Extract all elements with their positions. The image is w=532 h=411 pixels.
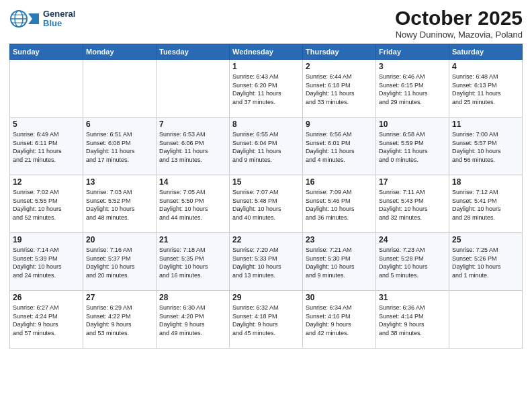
day-info: Sunrise: 7:02 AM Sunset: 5:55 PM Dayligh… [13, 188, 80, 222]
day-number: 31 [379, 293, 446, 302]
calendar-cell: 27Sunrise: 6:29 AM Sunset: 4:22 PM Dayli… [83, 291, 157, 349]
day-info: Sunrise: 6:29 AM Sunset: 4:22 PM Dayligh… [86, 304, 153, 337]
day-info: Sunrise: 7:25 AM Sunset: 5:26 PM Dayligh… [452, 246, 519, 279]
day-info: Sunrise: 6:34 AM Sunset: 4:16 PM Dayligh… [306, 304, 373, 337]
day-number: 11 [452, 120, 519, 129]
header: General Blue October 2025 Nowy Duninow, … [9, 7, 523, 40]
day-number: 27 [86, 293, 153, 302]
day-number: 3 [379, 62, 446, 71]
calendar-cell: 30Sunrise: 6:34 AM Sunset: 4:16 PM Dayli… [303, 291, 376, 349]
calendar-cell: 31Sunrise: 6:36 AM Sunset: 4:14 PM Dayli… [376, 291, 449, 349]
day-info: Sunrise: 6:58 AM Sunset: 5:59 PM Dayligh… [379, 130, 446, 164]
day-number: 25 [452, 235, 519, 244]
day-number: 1 [232, 62, 300, 71]
day-info: Sunrise: 7:18 AM Sunset: 5:35 PM Dayligh… [159, 246, 226, 279]
day-info: Sunrise: 6:36 AM Sunset: 4:14 PM Dayligh… [379, 304, 446, 337]
month-title: October 2025 [395, 7, 523, 30]
day-info: Sunrise: 7:23 AM Sunset: 5:28 PM Dayligh… [379, 246, 446, 279]
day-number: 8 [232, 120, 300, 129]
calendar-cell: 25Sunrise: 7:25 AM Sunset: 5:26 PM Dayli… [449, 233, 523, 291]
day-number: 13 [86, 177, 153, 187]
col-friday: Friday [376, 44, 449, 60]
calendar-cell: 10Sunrise: 6:58 AM Sunset: 5:59 PM Dayli… [376, 118, 449, 175]
day-info: Sunrise: 7:03 AM Sunset: 5:52 PM Dayligh… [86, 188, 153, 222]
day-number: 10 [379, 120, 446, 129]
day-number: 16 [306, 177, 373, 187]
day-info: Sunrise: 6:55 AM Sunset: 6:04 PM Dayligh… [232, 130, 300, 164]
calendar-cell: 12Sunrise: 7:02 AM Sunset: 5:55 PM Dayli… [10, 175, 83, 233]
day-number: 4 [452, 62, 519, 71]
calendar-week-4: 19Sunrise: 7:14 AM Sunset: 5:39 PM Dayli… [10, 233, 523, 291]
col-monday: Monday [83, 44, 157, 60]
calendar-week-2: 5Sunrise: 6:49 AM Sunset: 6:11 PM Daylig… [10, 118, 523, 175]
day-number: 17 [379, 177, 446, 187]
calendar-week-5: 26Sunrise: 6:27 AM Sunset: 4:24 PM Dayli… [10, 291, 523, 349]
day-info: Sunrise: 7:05 AM Sunset: 5:50 PM Dayligh… [159, 188, 226, 222]
page: General Blue October 2025 Nowy Duninow, … [0, 0, 532, 411]
calendar-cell: 29Sunrise: 6:32 AM Sunset: 4:18 PM Dayli… [230, 291, 303, 349]
calendar-cell: 4Sunrise: 6:48 AM Sunset: 6:13 PM Daylig… [449, 60, 523, 118]
calendar-cell: 28Sunrise: 6:30 AM Sunset: 4:20 PM Dayli… [157, 291, 230, 349]
col-thursday: Thursday [303, 44, 376, 60]
day-number: 20 [86, 235, 153, 244]
day-info: Sunrise: 7:11 AM Sunset: 5:43 PM Dayligh… [379, 188, 446, 222]
calendar-cell: 19Sunrise: 7:14 AM Sunset: 5:39 PM Dayli… [10, 233, 83, 291]
calendar-cell: 18Sunrise: 7:12 AM Sunset: 5:41 PM Dayli… [449, 175, 523, 233]
day-info: Sunrise: 6:53 AM Sunset: 6:06 PM Dayligh… [159, 130, 226, 164]
day-number: 9 [306, 120, 373, 129]
title-block: October 2025 Nowy Duninow, Mazovia, Pola… [395, 7, 523, 40]
day-number: 22 [232, 235, 300, 244]
day-info: Sunrise: 7:07 AM Sunset: 5:48 PM Dayligh… [232, 188, 300, 222]
day-info: Sunrise: 6:56 AM Sunset: 6:01 PM Dayligh… [306, 130, 373, 164]
day-info: Sunrise: 6:49 AM Sunset: 6:11 PM Dayligh… [13, 130, 80, 164]
calendar-cell: 2Sunrise: 6:44 AM Sunset: 6:18 PM Daylig… [303, 60, 376, 118]
calendar-cell: 6Sunrise: 6:51 AM Sunset: 6:08 PM Daylig… [83, 118, 157, 175]
svg-marker-5 [28, 13, 39, 24]
calendar-cell: 22Sunrise: 7:20 AM Sunset: 5:33 PM Dayli… [230, 233, 303, 291]
logo-text: General Blue [43, 9, 75, 29]
calendar-cell: 5Sunrise: 6:49 AM Sunset: 6:11 PM Daylig… [10, 118, 83, 175]
day-info: Sunrise: 6:30 AM Sunset: 4:20 PM Dayligh… [159, 304, 226, 337]
day-info: Sunrise: 7:09 AM Sunset: 5:46 PM Dayligh… [306, 188, 373, 222]
calendar-cell: 17Sunrise: 7:11 AM Sunset: 5:43 PM Dayli… [376, 175, 449, 233]
day-info: Sunrise: 6:27 AM Sunset: 4:24 PM Dayligh… [13, 304, 80, 337]
calendar-cell: 21Sunrise: 7:18 AM Sunset: 5:35 PM Dayli… [157, 233, 230, 291]
day-info: Sunrise: 7:21 AM Sunset: 5:30 PM Dayligh… [306, 246, 373, 279]
day-number: 30 [306, 293, 373, 302]
day-number: 23 [306, 235, 373, 244]
calendar-cell: 26Sunrise: 6:27 AM Sunset: 4:24 PM Dayli… [10, 291, 83, 349]
calendar-cell: 9Sunrise: 6:56 AM Sunset: 6:01 PM Daylig… [303, 118, 376, 175]
day-number: 26 [13, 293, 80, 302]
day-info: Sunrise: 6:46 AM Sunset: 6:15 PM Dayligh… [379, 73, 446, 106]
calendar-cell: 14Sunrise: 7:05 AM Sunset: 5:50 PM Dayli… [157, 175, 230, 233]
day-info: Sunrise: 7:14 AM Sunset: 5:39 PM Dayligh… [13, 246, 80, 279]
calendar-header-row: Sunday Monday Tuesday Wednesday Thursday… [10, 44, 523, 60]
calendar-cell: 20Sunrise: 7:16 AM Sunset: 5:37 PM Dayli… [83, 233, 157, 291]
day-number: 2 [306, 62, 373, 71]
calendar-cell [10, 60, 83, 118]
day-info: Sunrise: 7:16 AM Sunset: 5:37 PM Dayligh… [86, 246, 153, 279]
calendar-table: Sunday Monday Tuesday Wednesday Thursday… [9, 44, 523, 349]
calendar-cell: 23Sunrise: 7:21 AM Sunset: 5:30 PM Dayli… [303, 233, 376, 291]
day-number: 21 [159, 235, 226, 244]
day-number: 29 [232, 293, 300, 302]
day-number: 6 [86, 120, 153, 129]
calendar-cell: 7Sunrise: 6:53 AM Sunset: 6:06 PM Daylig… [157, 118, 230, 175]
day-info: Sunrise: 6:51 AM Sunset: 6:08 PM Dayligh… [86, 130, 153, 164]
col-wednesday: Wednesday [230, 44, 303, 60]
logo-line1: General [43, 9, 75, 19]
calendar-cell [83, 60, 157, 118]
day-info: Sunrise: 7:00 AM Sunset: 5:57 PM Dayligh… [452, 130, 519, 164]
day-info: Sunrise: 6:48 AM Sunset: 6:13 PM Dayligh… [452, 73, 519, 106]
calendar-week-1: 1Sunrise: 6:43 AM Sunset: 6:20 PM Daylig… [10, 60, 523, 118]
day-number: 5 [13, 120, 80, 129]
day-info: Sunrise: 6:44 AM Sunset: 6:18 PM Dayligh… [306, 73, 373, 106]
calendar-cell: 11Sunrise: 7:00 AM Sunset: 5:57 PM Dayli… [449, 118, 523, 175]
location-subtitle: Nowy Duninow, Mazovia, Poland [395, 30, 523, 40]
calendar-cell: 13Sunrise: 7:03 AM Sunset: 5:52 PM Dayli… [83, 175, 157, 233]
calendar-cell: 3Sunrise: 6:46 AM Sunset: 6:15 PM Daylig… [376, 60, 449, 118]
calendar-cell [157, 60, 230, 118]
day-number: 12 [13, 177, 80, 187]
calendar-cell: 24Sunrise: 7:23 AM Sunset: 5:28 PM Dayli… [376, 233, 449, 291]
logo: General Blue [9, 7, 75, 31]
